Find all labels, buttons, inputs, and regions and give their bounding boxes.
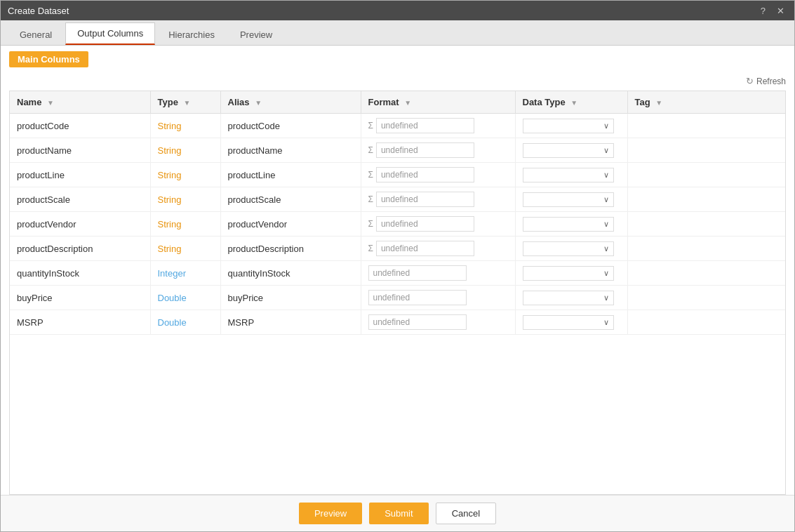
col-header-datatype: Data Type ▼ <box>515 91 627 114</box>
cell-type: Double <box>150 286 220 310</box>
cell-type: String <box>150 138 220 163</box>
cell-alias: productScale <box>220 187 361 212</box>
chevron-down-icon: ∨ <box>603 195 609 204</box>
cell-name: MSRP <box>10 310 150 335</box>
table-row: productNameStringproductNameΣ∨ <box>10 138 785 163</box>
cell-format[interactable] <box>361 261 515 286</box>
datatype-dropdown[interactable]: ∨ <box>523 241 614 256</box>
tab-hierarchies[interactable]: Hierarchies <box>156 24 227 45</box>
table-row: productCodeStringproductCodeΣ∨ <box>10 114 785 138</box>
datatype-filter-icon[interactable]: ▼ <box>570 99 577 107</box>
cell-tag <box>627 212 785 237</box>
format-input[interactable] <box>376 167 474 182</box>
cell-datatype[interactable]: ∨ <box>515 212 627 237</box>
datatype-dropdown[interactable]: ∨ <box>523 168 614 182</box>
chevron-down-icon: ∨ <box>603 244 609 253</box>
cell-format[interactable]: Σ <box>361 187 515 212</box>
tab-output-columns[interactable]: Output Columns <box>65 22 155 45</box>
datatype-dropdown[interactable]: ∨ <box>523 291 614 305</box>
cell-datatype[interactable]: ∨ <box>515 237 627 261</box>
chevron-down-icon: ∨ <box>603 293 609 302</box>
table-row: quantityInStockIntegerquantityInStock∨ <box>10 261 785 286</box>
cell-format[interactable]: Σ <box>361 212 515 237</box>
cell-type: String <box>150 187 220 212</box>
content-area: ↻ Refresh Name ▼ Type ▼ <box>1 73 794 495</box>
table-row: productVendorStringproductVendorΣ∨ <box>10 212 785 237</box>
cell-datatype[interactable]: ∨ <box>515 261 627 286</box>
cell-format[interactable] <box>361 310 515 335</box>
datatype-dropdown[interactable]: ∨ <box>523 217 614 232</box>
sigma-icon: Σ <box>368 170 373 180</box>
cell-tag <box>627 114 785 138</box>
table-container: Name ▼ Type ▼ Alias ▼ Format <box>9 91 786 495</box>
cell-datatype[interactable]: ∨ <box>515 187 627 212</box>
format-input[interactable] <box>376 216 474 232</box>
name-filter-icon[interactable]: ▼ <box>47 99 54 107</box>
cell-alias: productCode <box>220 114 361 138</box>
format-input[interactable] <box>368 290 467 305</box>
cell-format[interactable]: Σ <box>361 114 515 138</box>
submit-button[interactable]: Submit <box>369 503 428 524</box>
cell-datatype[interactable]: ∨ <box>515 114 627 138</box>
datatype-dropdown[interactable]: ∨ <box>523 119 614 133</box>
sigma-icon: Σ <box>368 145 373 155</box>
type-filter-icon[interactable]: ▼ <box>184 99 191 107</box>
col-header-tag: Tag ▼ <box>627 91 785 114</box>
cell-alias: productVendor <box>220 212 361 237</box>
format-filter-icon[interactable]: ▼ <box>404 99 411 107</box>
tab-preview[interactable]: Preview <box>228 24 284 45</box>
cell-format[interactable]: Σ <box>361 237 515 261</box>
cell-type: String <box>150 163 220 187</box>
tag-filter-icon[interactable]: ▼ <box>655 99 662 107</box>
format-input[interactable] <box>368 314 467 330</box>
refresh-bar: ↻ Refresh <box>9 73 786 91</box>
cell-name: productLine <box>10 163 150 187</box>
close-button[interactable]: ✕ <box>774 6 787 16</box>
datatype-dropdown[interactable]: ∨ <box>523 143 614 158</box>
format-input[interactable] <box>368 265 467 281</box>
output-columns-table: Name ▼ Type ▼ Alias ▼ Format <box>10 91 785 335</box>
refresh-button[interactable]: ↻ Refresh <box>746 76 786 86</box>
cell-name: productScale <box>10 187 150 212</box>
format-input[interactable] <box>376 241 474 256</box>
datatype-dropdown[interactable]: ∨ <box>523 266 614 281</box>
cell-format[interactable]: Σ <box>361 163 515 187</box>
preview-button[interactable]: Preview <box>299 503 362 524</box>
cell-type: String <box>150 114 220 138</box>
cell-tag <box>627 187 785 212</box>
col-header-type: Type ▼ <box>150 91 220 114</box>
alias-filter-icon[interactable]: ▼ <box>255 99 262 107</box>
bottom-bar: Preview Submit Cancel <box>1 495 794 531</box>
chevron-down-icon: ∨ <box>603 121 609 131</box>
format-input[interactable] <box>376 192 474 207</box>
sigma-icon: Σ <box>368 121 373 131</box>
cell-tag <box>627 237 785 261</box>
cell-alias: productLine <box>220 163 361 187</box>
cell-format[interactable]: Σ <box>361 138 515 163</box>
tab-general[interactable]: General <box>8 24 64 45</box>
chevron-down-icon: ∨ <box>603 146 609 155</box>
cell-datatype[interactable]: ∨ <box>515 286 627 310</box>
cell-alias: productDescription <box>220 237 361 261</box>
cell-format[interactable] <box>361 286 515 310</box>
cell-name: productDescription <box>10 237 150 261</box>
cell-datatype[interactable]: ∨ <box>515 310 627 335</box>
cell-datatype[interactable]: ∨ <box>515 163 627 187</box>
datatype-dropdown[interactable]: ∨ <box>523 192 614 207</box>
cell-datatype[interactable]: ∨ <box>515 138 627 163</box>
chevron-down-icon: ∨ <box>603 220 609 229</box>
col-header-alias: Alias ▼ <box>220 91 361 114</box>
cell-alias: quantityInStock <box>220 261 361 286</box>
chevron-down-icon: ∨ <box>603 171 609 180</box>
cell-type: Double <box>150 310 220 335</box>
cell-type: String <box>150 237 220 261</box>
cancel-button[interactable]: Cancel <box>436 503 496 524</box>
cell-tag <box>627 310 785 335</box>
title-bar-controls: ? ✕ <box>758 6 787 16</box>
format-input[interactable] <box>376 142 474 158</box>
format-input[interactable] <box>376 118 474 133</box>
cell-alias: productName <box>220 138 361 163</box>
help-button[interactable]: ? <box>758 6 768 16</box>
datatype-dropdown[interactable]: ∨ <box>523 315 614 330</box>
cell-tag <box>627 138 785 163</box>
